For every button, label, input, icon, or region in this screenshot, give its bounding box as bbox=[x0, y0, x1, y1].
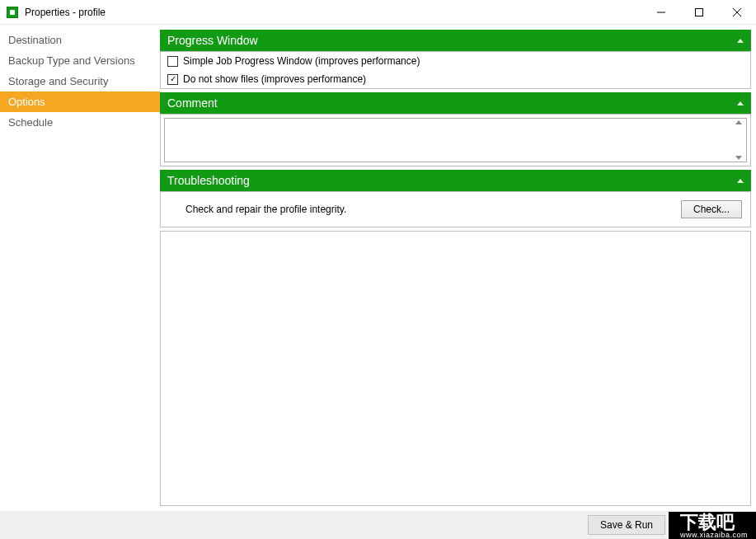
checkbox-do-not-show-files[interactable] bbox=[167, 74, 178, 85]
blank-panel bbox=[160, 231, 751, 506]
footer: Save & Run bbox=[0, 511, 756, 539]
app-icon bbox=[7, 7, 18, 18]
minimize-button[interactable] bbox=[642, 0, 680, 25]
checkbox-row-do-not-show-files[interactable]: Do not show files (improves performance) bbox=[161, 70, 750, 88]
section-title: Troubleshooting bbox=[167, 174, 250, 187]
scroll-down-icon[interactable] bbox=[735, 156, 742, 160]
comment-textarea[interactable] bbox=[164, 118, 747, 162]
chevron-up-icon bbox=[737, 101, 744, 105]
chevron-up-icon bbox=[737, 179, 744, 183]
section-comment: Comment bbox=[160, 92, 751, 166]
titlebar: Properties - profile bbox=[0, 0, 756, 25]
section-title: Progress Window bbox=[167, 34, 258, 47]
section-body-comment bbox=[160, 114, 751, 166]
checkbox-label: Simple Job Progress Window (improves per… bbox=[183, 55, 420, 67]
sidebar-item-backup-type[interactable]: Backup Type and Versions bbox=[0, 50, 160, 71]
troubleshoot-text: Check and repair the profile integrity. bbox=[185, 204, 346, 215]
section-header-progress[interactable]: Progress Window bbox=[160, 30, 751, 51]
section-troubleshooting: Troubleshooting Check and repair the pro… bbox=[160, 170, 751, 227]
section-title: Comment bbox=[167, 96, 218, 110]
section-header-troubleshooting[interactable]: Troubleshooting bbox=[160, 170, 751, 191]
checkbox-row-simple-progress[interactable]: Simple Job Progress Window (improves per… bbox=[161, 52, 750, 70]
save-run-button[interactable]: Save & Run bbox=[588, 515, 665, 535]
section-body-troubleshooting: Check and repair the profile integrity. … bbox=[160, 191, 751, 227]
sidebar: Destination Backup Type and Versions Sto… bbox=[0, 25, 160, 511]
main-area: Destination Backup Type and Versions Sto… bbox=[0, 25, 756, 511]
watermark-big: 下载吧 bbox=[680, 512, 735, 532]
scrollbar[interactable] bbox=[733, 119, 744, 162]
maximize-button[interactable] bbox=[680, 0, 718, 25]
sidebar-item-storage-security[interactable]: Storage and Security bbox=[0, 71, 160, 91]
svg-rect-1 bbox=[696, 8, 703, 16]
window-controls bbox=[642, 0, 756, 25]
checkbox-label: Do not show files (improves performance) bbox=[183, 73, 366, 85]
content-panel: Progress Window Simple Job Progress Wind… bbox=[160, 25, 756, 511]
chevron-up-icon bbox=[737, 39, 744, 43]
watermark-small: www.xiazaiba.com bbox=[680, 532, 748, 539]
scroll-up-icon[interactable] bbox=[735, 120, 742, 124]
section-header-comment[interactable]: Comment bbox=[160, 92, 751, 114]
close-button[interactable] bbox=[718, 0, 756, 25]
section-body-progress: Simple Job Progress Window (improves per… bbox=[160, 51, 751, 89]
sidebar-item-options[interactable]: Options bbox=[0, 91, 160, 112]
checkbox-simple-progress[interactable] bbox=[167, 56, 178, 67]
watermark: 下载吧 www.xiazaiba.com bbox=[669, 512, 756, 539]
check-button[interactable]: Check... bbox=[681, 200, 742, 218]
sidebar-item-destination[interactable]: Destination bbox=[0, 30, 160, 50]
section-progress: Progress Window Simple Job Progress Wind… bbox=[160, 30, 751, 89]
sidebar-item-schedule[interactable]: Schedule bbox=[0, 112, 160, 133]
window-title: Properties - profile bbox=[25, 7, 106, 18]
